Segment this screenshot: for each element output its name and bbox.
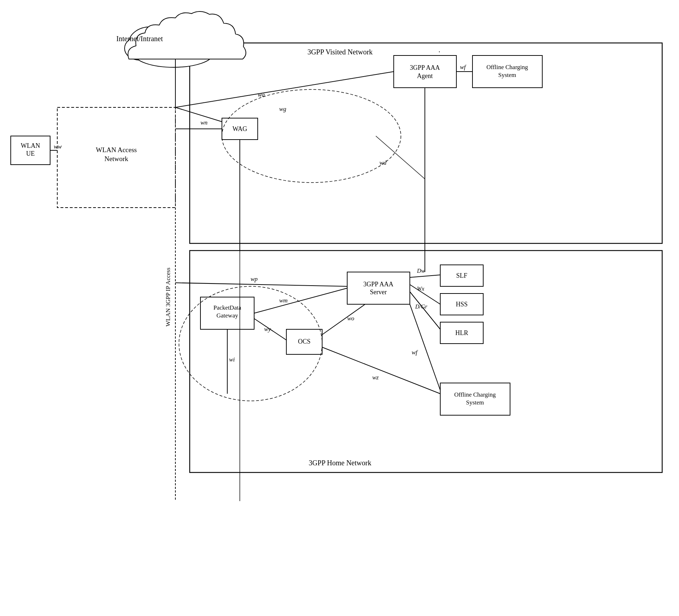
- dot-visited: ·: [438, 48, 440, 56]
- svg-line-41: [410, 304, 440, 390]
- ocs-home-label2: System: [466, 399, 484, 406]
- wg-label: wg: [279, 106, 286, 112]
- ww-label: ww: [54, 143, 62, 150]
- svg-line-40: [322, 347, 440, 394]
- wf-home-label: wf: [412, 349, 418, 356]
- svg-line-44: [410, 285, 440, 304]
- svg-rect-16: [394, 55, 456, 88]
- pdg-label: PacketData: [213, 304, 241, 311]
- wy-label: wy: [264, 326, 271, 333]
- ocs-label: OCS: [298, 338, 310, 345]
- main-svg: Internet/Intranet 3GPP Visited Network 3…: [0, 0, 679, 616]
- hlr-label: HLR: [455, 329, 468, 336]
- svg-line-32: [175, 107, 222, 122]
- hss-label: HSS: [456, 301, 467, 308]
- aaa-agent-label2: Agent: [417, 72, 433, 79]
- wa-label: wa: [258, 91, 265, 98]
- home-network-label: 3GPP Home Network: [309, 459, 372, 467]
- wx-label: Wx: [417, 286, 424, 292]
- wlan-access-label: WLAN Access: [96, 146, 137, 154]
- wlan-ue-label: WLAN: [21, 142, 40, 149]
- svg-line-37: [322, 304, 365, 335]
- svg-line-30: [175, 72, 394, 107]
- visited-network-label: 3GPP Visited Network: [307, 48, 373, 56]
- wf-visited-label: wf: [460, 64, 466, 71]
- wo-label: wo: [347, 315, 354, 322]
- slf-label: SLF: [456, 272, 467, 279]
- ocs-visited-label2: System: [498, 72, 516, 78]
- svg-line-35: [175, 283, 347, 286]
- svg-line-45: [410, 292, 440, 329]
- wlan-ue-label2: UE: [26, 150, 35, 157]
- svg-line-34: [376, 136, 425, 179]
- aaa-agent-label: 3GPP AAA: [410, 64, 440, 71]
- svg-line-43: [410, 275, 440, 277]
- internet-label: Internet/Intranet: [116, 35, 163, 43]
- aaa-server-label2: Server: [370, 288, 387, 296]
- dw-label: Dw: [417, 268, 425, 274]
- svg-line-36: [254, 288, 347, 313]
- dgr-label: D/Gr: [415, 304, 428, 310]
- svg-rect-1: [190, 251, 662, 472]
- diagram-container: Internet/Intranet 3GPP Visited Network 3…: [0, 0, 679, 616]
- wlan-3gpp-access-label: WLAN 3GPP IP Access: [165, 268, 171, 326]
- ocs-home-label: Offline Charging: [454, 391, 496, 398]
- ocs-visited-label: Offline Charging: [486, 64, 528, 71]
- wz-label: wz: [372, 374, 379, 381]
- wi-label: wi: [229, 356, 235, 363]
- wlan-access-label2: Network: [105, 155, 128, 163]
- aaa-server-label: 3GPP AAA: [363, 281, 393, 288]
- pdg-label2: Gateway: [217, 312, 238, 319]
- wag-label: WAG: [233, 125, 247, 132]
- wd-label: wd: [379, 159, 387, 166]
- wn-label: wn: [200, 119, 208, 126]
- wm-label: wm: [279, 297, 288, 304]
- wp-label: wp: [251, 276, 258, 282]
- svg-rect-19: [347, 272, 410, 304]
